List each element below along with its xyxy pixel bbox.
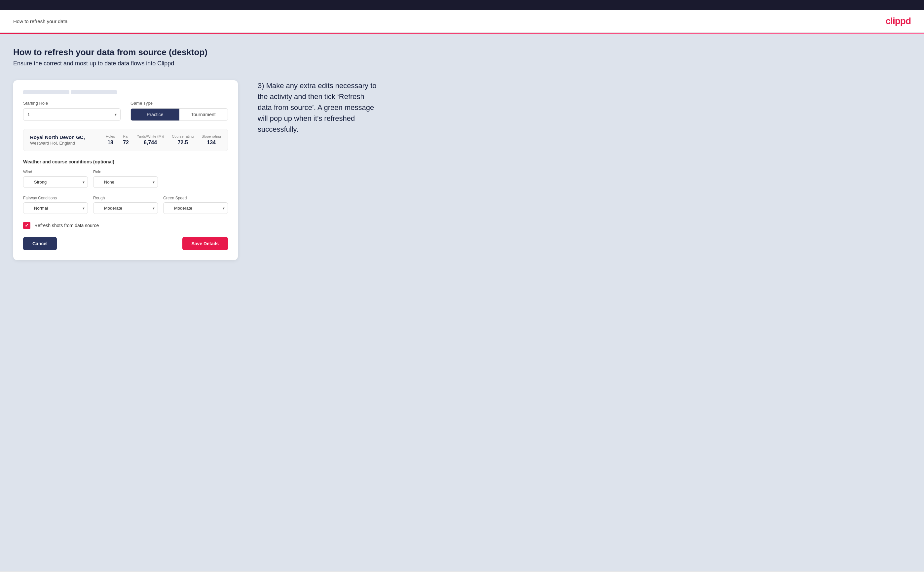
row-starting-hole-game-type: Starting Hole 1 ▾ Game Type Practice Tou… [23, 101, 228, 121]
par-value: 72 [123, 140, 129, 145]
holes-value: 18 [107, 140, 113, 145]
yards-label: Yards/White (M)) [137, 134, 164, 138]
starting-hole-select[interactable]: 1 [23, 108, 121, 121]
fairway-group: Fairway Conditions 🌿 Normal ▾ [23, 196, 88, 214]
course-location: Westward Ho!, England [30, 140, 99, 145]
cancel-button[interactable]: Cancel [23, 237, 57, 250]
course-row: Royal North Devon GC, Westward Ho!, Engl… [23, 129, 228, 151]
checkmark-icon: ✓ [25, 223, 29, 228]
green-speed-select-wrapper: ⚙ Moderate ▾ [163, 202, 228, 214]
conditions-title: Weather and course conditions (optional) [23, 159, 228, 164]
wind-group: Wind 🌬 Strong ▾ [23, 170, 88, 188]
wind-select[interactable]: Strong [23, 176, 88, 188]
stat-course-rating: Course rating 72.5 [172, 134, 194, 145]
stat-slope-rating: Slope rating 134 [202, 134, 221, 145]
breadcrumb: How to refresh your data [13, 18, 68, 24]
rain-select[interactable]: None [93, 176, 158, 188]
page-title: How to refresh your data from source (de… [13, 47, 911, 58]
game-type-group: Game Type Practice Tournament [131, 101, 228, 121]
stat-holes: Holes 18 [106, 134, 115, 145]
rough-group: Rough 🌾 Moderate ▾ [93, 196, 158, 214]
green-speed-select[interactable]: Moderate [163, 202, 228, 214]
main-content: How to refresh your data from source (de… [0, 34, 924, 571]
instruction-text: 3) Make any extra edits necessary to the… [258, 80, 376, 135]
fairway-rough-green-row: Fairway Conditions 🌿 Normal ▾ Rough 🌾 [23, 196, 228, 214]
course-info: Royal North Devon GC, Westward Ho!, Engl… [30, 134, 99, 145]
rain-select-wrapper: ☀ None ▾ [93, 176, 158, 188]
ghost-tab-2 [71, 90, 117, 94]
slope-rating-label: Slope rating [202, 134, 221, 138]
rough-label: Rough [93, 196, 158, 200]
par-label: Par [123, 134, 129, 138]
ghost-tabs [23, 90, 228, 94]
fairway-select[interactable]: Normal [23, 202, 88, 214]
course-stats: Holes 18 Par 72 Yards/White (M)) 6,744 C… [106, 134, 221, 145]
tournament-button[interactable]: Tournament [179, 109, 228, 121]
button-row: Cancel Save Details [23, 237, 228, 250]
practice-button[interactable]: Practice [131, 109, 179, 121]
instruction-panel: 3) Make any extra edits necessary to the… [258, 80, 376, 135]
wind-rain-row: Wind 🌬 Strong ▾ Rain ☀ None [23, 170, 228, 188]
course-rating-value: 72.5 [178, 140, 188, 145]
rough-select-wrapper: 🌾 Moderate ▾ [93, 202, 158, 214]
course-rating-label: Course rating [172, 134, 194, 138]
fairway-label: Fairway Conditions [23, 196, 88, 200]
page-subtitle: Ensure the correct and most up to date d… [13, 60, 911, 67]
game-type-toggle: Practice Tournament [131, 108, 228, 121]
rain-group: Rain ☀ None ▾ [93, 170, 158, 188]
course-name: Royal North Devon GC, [30, 134, 99, 140]
starting-hole-label: Starting Hole [23, 101, 121, 106]
refresh-label: Refresh shots from data source [34, 223, 99, 228]
rain-label: Rain [93, 170, 158, 174]
logo: clippd [886, 16, 911, 26]
game-type-label: Game Type [131, 101, 228, 106]
refresh-checkbox-row: ✓ Refresh shots from data source [23, 222, 228, 229]
wind-label: Wind [23, 170, 88, 174]
form-card: Starting Hole 1 ▾ Game Type Practice Tou… [13, 80, 238, 260]
ghost-tab-1 [23, 90, 69, 94]
content-layout: Starting Hole 1 ▾ Game Type Practice Tou… [13, 80, 911, 260]
starting-hole-group: Starting Hole 1 ▾ [23, 101, 121, 121]
holes-label: Holes [106, 134, 115, 138]
refresh-checkbox[interactable]: ✓ [23, 222, 31, 229]
slope-rating-value: 134 [207, 140, 216, 145]
save-button[interactable]: Save Details [183, 237, 228, 250]
green-speed-label: Green Speed [163, 196, 228, 200]
stat-par: Par 72 [123, 134, 129, 145]
footer: Copyright Clippd 2022 [0, 571, 924, 577]
stat-yards: Yards/White (M)) 6,744 [137, 134, 164, 145]
yards-value: 6,744 [144, 140, 157, 145]
rough-select[interactable]: Moderate [93, 202, 158, 214]
header: How to refresh your data clippd [0, 10, 924, 33]
green-speed-group: Green Speed ⚙ Moderate ▾ [163, 196, 228, 214]
top-bar [0, 0, 924, 10]
wind-select-wrapper: 🌬 Strong ▾ [23, 176, 88, 188]
starting-hole-select-wrapper: 1 ▾ [23, 108, 121, 121]
fairway-select-wrapper: 🌿 Normal ▾ [23, 202, 88, 214]
